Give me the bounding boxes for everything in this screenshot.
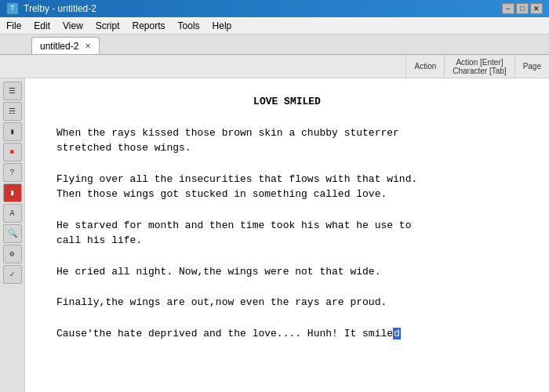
column-headers: Action Action [Enter] Character [Tab] Pa… — [0, 55, 549, 78]
col-header-page: Page — [514, 55, 549, 78]
tab-bar: untitled-2 ✕ — [0, 34, 549, 55]
menu-file[interactable]: File — [0, 17, 27, 34]
menu-view[interactable]: View — [56, 17, 89, 34]
main-area: ☰ ☴ ▮ ✖ ? ▮ A 🔍 ⚙ ✓ LOVE SMILED When the… — [0, 78, 549, 392]
toolbar-btn-3[interactable]: ▮ — [3, 122, 22, 141]
editor-area[interactable]: LOVE SMILED When the rays kissed those b… — [25, 78, 549, 392]
left-toolbar: ☰ ☴ ▮ ✖ ? ▮ A 🔍 ⚙ ✓ — [0, 78, 25, 392]
toolbar-btn-search[interactable]: 🔍 — [3, 224, 22, 243]
col-header-action-enter: Action [Enter] Character [Tab] — [444, 55, 514, 78]
toolbar-btn-6[interactable]: ▮ — [3, 183, 22, 202]
title-text: Trelby - untitled-2 — [24, 3, 96, 14]
title-bar-buttons: − □ ✕ — [502, 3, 543, 14]
menu-help[interactable]: Help — [206, 17, 238, 34]
tab-untitled-2[interactable]: untitled-2 ✕ — [31, 37, 100, 54]
menu-bar: File Edit View Script Reports Tools Help — [0, 17, 549, 34]
toolbar-btn-settings[interactable]: ⚙ — [3, 245, 22, 263]
minimize-button[interactable]: − — [502, 3, 514, 14]
toolbar-btn-2[interactable]: ☴ — [3, 102, 22, 121]
script-para-2: Flying over all the insecurities that fl… — [56, 172, 518, 202]
title-bar-left: T Trelby - untitled-2 — [6, 2, 96, 15]
menu-script[interactable]: Script — [89, 17, 126, 34]
text-cursor: d — [393, 328, 401, 339]
script-para-3: He starved for month and then time took … — [56, 218, 518, 249]
script-title: LOVE SMILED — [56, 94, 518, 110]
toolbar-btn-5[interactable]: ? — [3, 163, 22, 182]
tab-label: untitled-2 — [40, 41, 78, 52]
script-para-4: He cried all night. Now,the wings were n… — [56, 264, 518, 280]
toolbar-btn-check[interactable]: ✓ — [3, 265, 22, 284]
col-header-action: Action — [405, 55, 444, 78]
close-button[interactable]: ✕ — [530, 3, 543, 14]
toolbar-btn-1[interactable]: ☰ — [3, 82, 22, 100]
title-bar: T Trelby - untitled-2 − □ ✕ — [0, 0, 549, 17]
maximize-button[interactable]: □ — [516, 3, 529, 14]
tab-close-icon[interactable]: ✕ — [85, 42, 91, 50]
menu-edit[interactable]: Edit — [27, 17, 56, 34]
script-para-1: When the rays kissed those brown skin a … — [56, 125, 518, 156]
toolbar-btn-7[interactable]: A — [3, 204, 22, 223]
toolbar-btn-4[interactable]: ✖ — [3, 143, 22, 162]
script-para-5: Finally,the wings are out,now even the r… — [56, 295, 518, 310]
menu-tools[interactable]: Tools — [172, 17, 206, 34]
menu-reports[interactable]: Reports — [126, 17, 172, 34]
script-para-6: Cause'the hate deprived and the love....… — [56, 326, 518, 342]
app-icon: T — [6, 2, 19, 15]
